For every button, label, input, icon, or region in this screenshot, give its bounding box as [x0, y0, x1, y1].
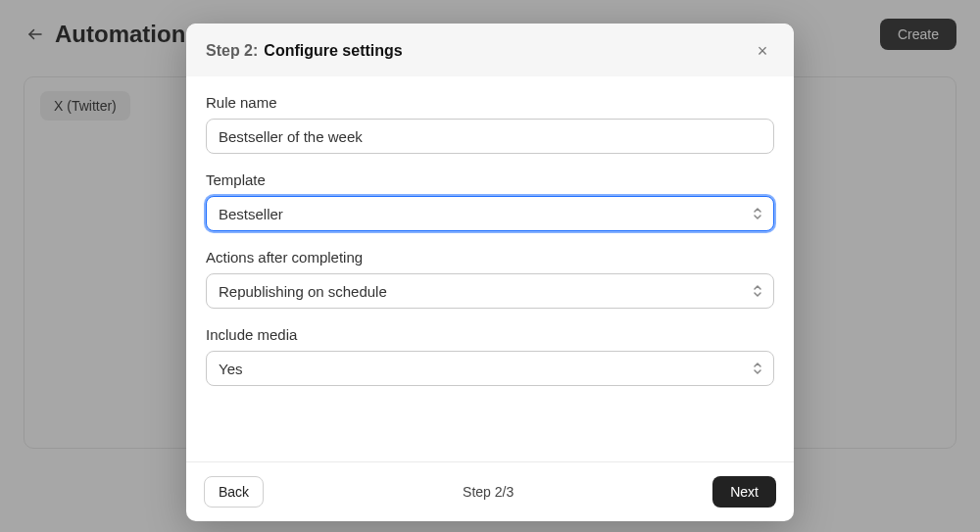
include-media-label: Include media — [206, 326, 774, 343]
include-media-select[interactable]: Yes — [206, 351, 774, 386]
chevron-updown-icon — [752, 206, 763, 221]
modal-title: Configure settings — [264, 42, 751, 60]
modal-header: Step 2: Configure settings × — [186, 24, 794, 76]
modal-body: Rule name Template Bestseller — [186, 76, 794, 461]
chevron-updown-icon — [752, 283, 763, 299]
step-indicator: Step 2/3 — [264, 484, 712, 500]
modal-footer: Back Step 2/3 Next — [186, 461, 794, 521]
rule-name-input[interactable] — [206, 119, 774, 154]
rule-name-label: Rule name — [206, 94, 774, 111]
next-button[interactable]: Next — [712, 476, 776, 508]
back-button[interactable]: Back — [204, 476, 264, 508]
include-media-select-value: Yes — [219, 361, 242, 377]
actions-select[interactable]: Republishing on schedule — [206, 273, 774, 309]
configure-settings-modal: Step 2: Configure settings × Rule name T… — [186, 24, 794, 521]
step-prefix: Step 2: — [206, 42, 258, 60]
template-select[interactable]: Bestseller — [206, 196, 774, 231]
chevron-updown-icon — [752, 361, 763, 376]
actions-label: Actions after completing — [206, 249, 774, 266]
template-select-value: Bestseller — [219, 206, 283, 222]
close-icon[interactable]: × — [751, 39, 774, 63]
modal-overlay: Step 2: Configure settings × Rule name T… — [0, 0, 980, 532]
actions-select-value: Republishing on schedule — [219, 283, 387, 300]
template-label: Template — [206, 171, 774, 188]
